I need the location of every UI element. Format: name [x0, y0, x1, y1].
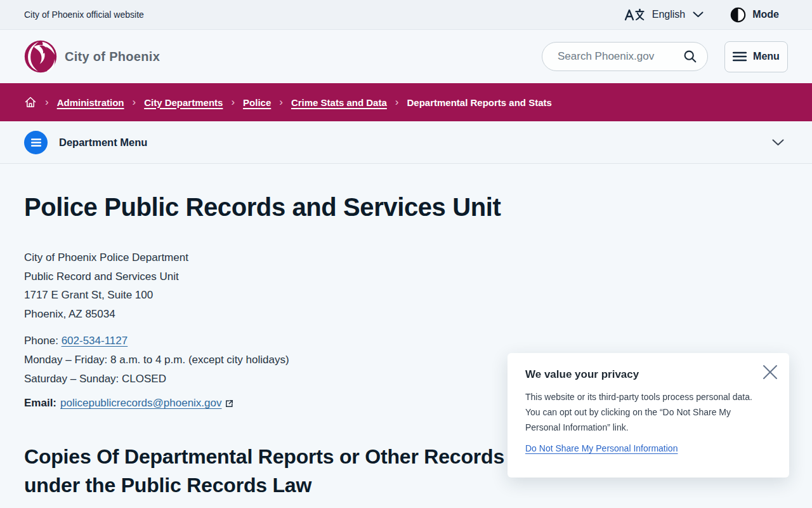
chevron-down-icon[interactable] — [772, 139, 788, 146]
address-line: City of Phoenix Police Department — [24, 248, 788, 267]
breadcrumb-separator-icon: › — [231, 97, 235, 107]
breadcrumb-separator-icon: › — [133, 97, 136, 107]
breadcrumb-separator-icon: › — [279, 97, 283, 107]
close-icon — [762, 364, 778, 380]
phone-label: Phone: — [24, 335, 58, 347]
close-dialog-button[interactable] — [759, 361, 781, 383]
search-icon — [683, 50, 697, 64]
home-icon — [24, 96, 37, 109]
email-address: policepublicrecords@phoenix.gov — [60, 397, 221, 410]
breadcrumb-separator-icon: › — [395, 97, 399, 107]
email-label: Email: — [24, 397, 56, 410]
main-menu-button[interactable]: Menu — [724, 41, 788, 72]
search-input[interactable] — [558, 50, 672, 63]
department-menu-bar[interactable]: Department Menu — [0, 121, 812, 164]
site-header: City of Phoenix Menu — [0, 30, 812, 83]
site-search — [542, 42, 708, 71]
official-site-label: City of Phoenix official website — [24, 10, 144, 20]
hamburger-icon — [733, 51, 747, 62]
brand-name: City of Phoenix — [65, 50, 160, 64]
menu-button-label: Menu — [753, 51, 780, 62]
mode-label: Mode — [752, 9, 779, 20]
phone-row: Phone: 602-534-1127 — [24, 331, 788, 351]
top-utility-bar: City of Phoenix official website English — [0, 0, 812, 30]
phone-link[interactable]: 602-534-1127 — [62, 335, 128, 347]
contrast-mode-toggle[interactable]: Mode — [730, 7, 779, 23]
address-line: 1717 E Grant St, Suite 100 — [24, 286, 788, 305]
language-selector[interactable]: English — [624, 8, 704, 22]
breadcrumb-link-crime-stats[interactable]: Crime Stats and Data — [291, 97, 387, 108]
search-submit-button[interactable] — [683, 50, 697, 64]
breadcrumb: › Administration › City Departments › Po… — [0, 83, 812, 121]
hamburger-icon — [31, 138, 41, 147]
language-label: English — [652, 9, 685, 20]
breadcrumb-link-administration[interactable]: Administration — [57, 97, 124, 108]
external-link-icon — [225, 399, 233, 408]
chevron-down-icon — [693, 11, 704, 18]
contrast-half-circle-icon — [730, 7, 746, 23]
breadcrumb-current-page: Departmental Reports and Stats — [407, 97, 551, 108]
address-block: City of Phoenix Police Department Public… — [24, 248, 788, 323]
privacy-consent-dialog: We value your privacy This website or it… — [508, 353, 789, 478]
department-menu-toggle-button[interactable] — [24, 131, 48, 154]
do-not-share-link[interactable]: Do Not Share My Personal Information — [525, 443, 678, 453]
email-link[interactable]: policepublicrecords@phoenix.gov — [60, 397, 233, 410]
brand-home-link[interactable]: City of Phoenix — [24, 40, 160, 73]
breadcrumb-link-city-departments[interactable]: City Departments — [144, 97, 223, 108]
address-line: Phoenix, AZ 85034 — [24, 305, 788, 324]
privacy-dialog-body: This website or its third-party tools pr… — [525, 389, 768, 435]
translate-icon — [624, 8, 645, 22]
department-menu-label: Department Menu — [59, 137, 147, 149]
page-title: Police Public Records and Services Unit — [24, 193, 788, 222]
phoenix-logo-icon — [24, 40, 57, 73]
address-line: Public Record and Services Unit — [24, 267, 788, 286]
privacy-dialog-title: We value your privacy — [525, 368, 771, 381]
breadcrumb-home-link[interactable] — [24, 96, 37, 109]
breadcrumb-separator-icon: › — [45, 97, 49, 107]
breadcrumb-link-police[interactable]: Police — [243, 97, 271, 108]
